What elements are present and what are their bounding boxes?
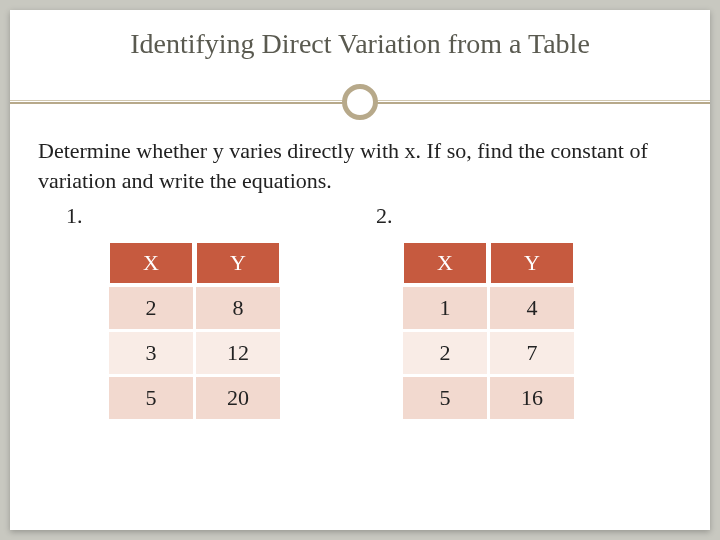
col-header-x: X [403,242,487,284]
cell: 8 [196,287,280,329]
col-header-y: Y [196,242,280,284]
table-row: 3 12 [109,332,280,374]
table-row: 5 16 [403,377,574,419]
problem-number: 2. [376,203,670,229]
table-header-row: X Y [109,242,280,284]
slide: Identifying Direct Variation from a Tabl… [10,10,710,530]
cell: 20 [196,377,280,419]
page-title: Identifying Direct Variation from a Tabl… [10,10,710,60]
data-table: X Y 1 4 2 7 5 16 [400,239,577,422]
col-header-x: X [109,242,193,284]
data-table: X Y 2 8 3 12 5 20 [106,239,283,422]
cell: 5 [109,377,193,419]
instruction-text: Determine whether y varies directly with… [10,120,710,195]
cell: 7 [490,332,574,374]
problem-2: 2. X Y 1 4 2 7 5 16 [360,203,670,422]
table-header-row: X Y [403,242,574,284]
circle-icon [342,84,378,120]
table-row: 1 4 [403,287,574,329]
col-header-y: Y [490,242,574,284]
divider [10,84,710,120]
problem-1: 1. X Y 2 8 3 12 5 20 [50,203,360,422]
table-row: 2 8 [109,287,280,329]
cell: 2 [109,287,193,329]
problems-container: 1. X Y 2 8 3 12 5 20 [10,195,710,422]
cell: 12 [196,332,280,374]
cell: 5 [403,377,487,419]
cell: 4 [490,287,574,329]
cell: 2 [403,332,487,374]
table-row: 2 7 [403,332,574,374]
table-row: 5 20 [109,377,280,419]
cell: 16 [490,377,574,419]
problem-number: 1. [66,203,360,229]
cell: 1 [403,287,487,329]
cell: 3 [109,332,193,374]
